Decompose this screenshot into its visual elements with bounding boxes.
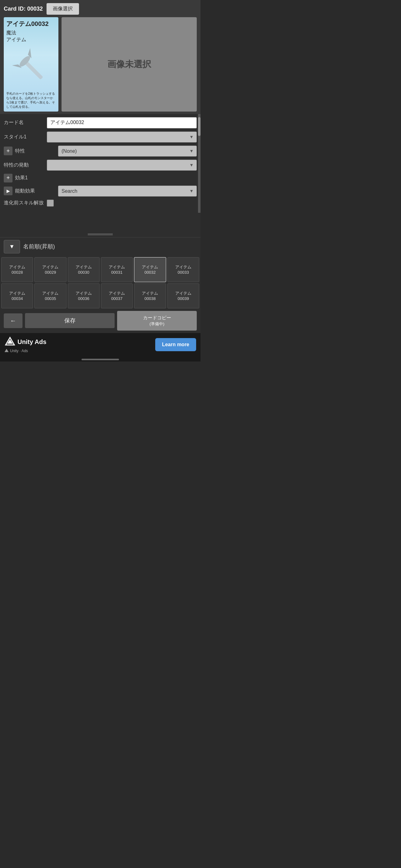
- bottom-toolbar: ← 保存 カードコピー(準備中): [0, 308, 201, 333]
- list-item[interactable]: アイテム00029: [34, 257, 66, 282]
- style1-select-wrapper: ▼: [47, 131, 197, 143]
- list-item[interactable]: アイテム00033: [167, 257, 199, 282]
- list-item[interactable]: アイテム00039: [167, 283, 199, 308]
- top-section: Card ID: 00032 画像選択 アイテム00032 魔法 アイテム: [0, 0, 201, 114]
- card-image-area: [6, 43, 56, 90]
- card-preview-title: アイテム00032: [6, 20, 56, 28]
- form-section: カード名 スタイル1 ▼ + 特性 (None) ▼ 特性の発動 ▼: [0, 114, 201, 213]
- card-name-label: カード名: [4, 119, 44, 126]
- image-placeholder-text: 画像未選択: [107, 58, 151, 70]
- evolution-label: 進化前スキル解放: [4, 200, 44, 206]
- unity-logo: Unity Ads: [4, 336, 46, 347]
- passive-effect-label: 能動効果: [15, 188, 56, 194]
- list-item[interactable]: アイテム00035: [34, 283, 66, 308]
- learn-more-button[interactable]: Learn more: [155, 338, 196, 351]
- unity-ads-small-label: Unity · Ads: [10, 349, 28, 353]
- grid-section: アイテム00028 アイテム00029 アイテム00030 アイテム00031 …: [0, 256, 201, 308]
- drag-lines-icon: [88, 234, 113, 235]
- effect1-add-button[interactable]: +: [4, 174, 12, 183]
- list-item[interactable]: アイテム00034: [1, 283, 33, 308]
- card-copy-button[interactable]: カードコピー(準備中): [117, 311, 197, 331]
- passive-effect-select-wrapper: Search ▼: [58, 186, 197, 196]
- passive-effect-play-button[interactable]: ▶: [4, 187, 12, 195]
- list-item[interactable]: アイテム00030: [68, 257, 100, 282]
- card-name-input[interactable]: [47, 117, 197, 128]
- list-item[interactable]: アイテム00036: [68, 283, 100, 308]
- card-id-label: Card ID: 00032: [4, 6, 43, 12]
- style1-select[interactable]: [47, 131, 197, 143]
- card-preview-row: アイテム00032 魔法 アイテム: [4, 17, 197, 112]
- card-grid: アイテム00028 アイテム00029 アイテム00030 アイテム00031 …: [1, 257, 199, 308]
- evolution-checkbox[interactable]: [47, 200, 54, 207]
- image-select-button[interactable]: 画像選択: [46, 3, 79, 15]
- list-item[interactable]: アイテム00028: [1, 257, 33, 282]
- sort-label: 名前順(昇順): [23, 243, 55, 250]
- unity-brand-name: Unity Ads: [18, 338, 46, 346]
- empty-space: [0, 213, 201, 231]
- home-indicator: [0, 356, 201, 362]
- ads-logo-area: Unity Ads Unity · Ads: [4, 336, 46, 353]
- pickaxe-icon: [12, 46, 50, 87]
- card-type-item: アイテム: [6, 36, 56, 43]
- sort-row: ▼ 名前順(昇順): [0, 237, 201, 256]
- form-row-style1: スタイル1 ▼: [4, 131, 197, 143]
- card-id-row: Card ID: 00032 画像選択: [4, 3, 197, 15]
- card-preview: アイテム00032 魔法 アイテム: [4, 17, 58, 112]
- form-row-passive-effect: ▶ 能動効果 Search ▼: [4, 186, 197, 196]
- home-bar: [81, 359, 119, 360]
- passive-effect-select[interactable]: Search: [58, 186, 197, 196]
- list-item[interactable]: アイテム00038: [134, 283, 166, 308]
- form-row-evolution: 進化前スキル解放: [4, 200, 197, 207]
- trait-trigger-select[interactable]: [47, 160, 197, 170]
- form-row-card-name: カード名: [4, 117, 197, 128]
- list-item[interactable]: アイテム00031: [101, 257, 133, 282]
- form-row-trait: + 特性 (None) ▼: [4, 146, 197, 157]
- sort-direction-button[interactable]: ▼: [4, 240, 20, 253]
- list-item[interactable]: アイテム00032: [134, 257, 166, 282]
- trait-trigger-select-wrapper: ▼: [47, 160, 197, 170]
- effect1-label: 効果1: [15, 175, 56, 181]
- trait-trigger-label: 特性の発動: [4, 162, 44, 168]
- trait-select[interactable]: (None): [58, 146, 197, 157]
- back-button[interactable]: ←: [4, 313, 23, 328]
- trait-select-wrapper: (None) ▼: [58, 146, 197, 157]
- list-item[interactable]: アイテム00037: [101, 283, 133, 308]
- unity-ads-small: Unity · Ads: [4, 349, 28, 353]
- unity-icon: [4, 336, 15, 347]
- style1-label: スタイル1: [4, 134, 44, 140]
- save-button[interactable]: 保存: [25, 313, 114, 328]
- svg-rect-0: [24, 60, 43, 80]
- card-description: 手札のカードを2枚トラッシュするなら使える。山札のモンスターから1枚まで選び、手…: [6, 92, 56, 109]
- drag-handle[interactable]: [0, 231, 201, 237]
- trait-label: 特性: [15, 148, 56, 154]
- ads-banner: Unity Ads Unity · Ads Learn more: [0, 333, 201, 356]
- unity-small-icon: [4, 349, 9, 353]
- card-type-magic: 魔法: [6, 29, 56, 36]
- trait-add-button[interactable]: +: [4, 147, 12, 155]
- scrollbar-thumb: [198, 117, 201, 136]
- image-placeholder: 画像未選択: [62, 17, 197, 112]
- form-row-trait-trigger: 特性の発動 ▼: [4, 160, 197, 170]
- scrollbar-track[interactable]: [198, 114, 201, 213]
- form-row-effect1: + 効果1: [4, 174, 197, 183]
